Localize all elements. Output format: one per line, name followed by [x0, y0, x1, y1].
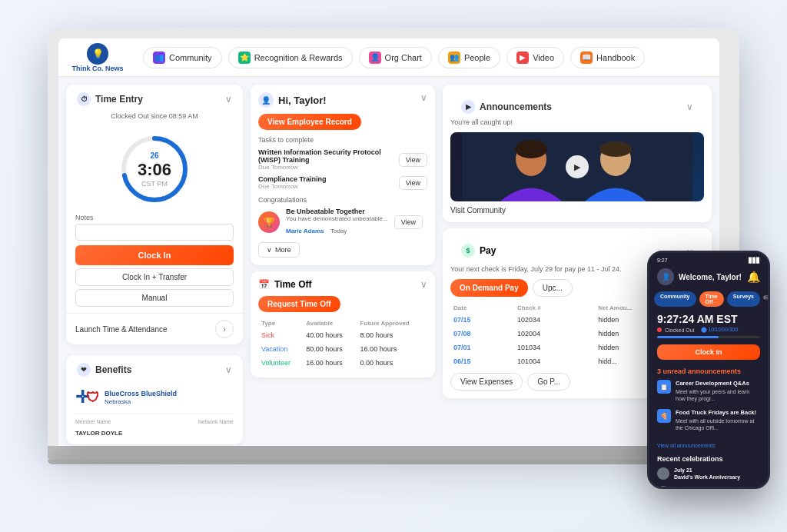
nav-video[interactable]: ▶ Video [506, 47, 564, 68]
phone-status-bar: 9:27 ▊▊▊ [649, 253, 768, 265]
pay-icon: $ [461, 244, 475, 258]
left-column: ⏱ Time Entry ∨ Clocked Out since 08:59 A… [66, 85, 243, 444]
type-vacation: Vacation [258, 342, 303, 356]
go-button[interactable]: Go P... [527, 373, 570, 391]
col-future: Future Approved [357, 318, 427, 328]
time-entry-header: ⏱ Time Entry ∨ [66, 85, 243, 111]
benefits-icon: ❤ [77, 363, 91, 377]
announcements-icon: ▶ [461, 100, 475, 114]
launch-ta-button[interactable]: › [215, 320, 234, 338]
clock-in-transfer-button[interactable]: Clock In + Transfer [75, 268, 234, 286]
top-nav: 💡 Think Co. News 👥 Community ⭐ Recogniti… [58, 38, 719, 77]
announcements-title: ▶ Announcements [461, 100, 552, 114]
congrats-icon: 🏆 [258, 211, 280, 233]
upcoming-button[interactable]: Upc... [533, 279, 573, 297]
task-1-view-button[interactable]: View [399, 153, 427, 167]
hi-taylor-chevron[interactable]: ∨ [420, 92, 427, 103]
pay-date-4: 06/15 [450, 354, 514, 368]
nav-org-chart[interactable]: 👤 Org Chart [359, 47, 432, 68]
view-expenses-button[interactable]: View Expenses [450, 373, 523, 391]
celebration-item-2: July 22 Beck's Work Anniversary [649, 483, 768, 487]
bcbs-text-block: BlueCross BlueShield Nebraska [105, 390, 177, 405]
play-button[interactable]: ▶ [566, 155, 589, 178]
phone-clock-time: 9:27:24 AM EST [657, 313, 760, 325]
member-info: Member Name TAYLOR DOYLE Network Name [75, 414, 234, 438]
benefits-header: ❤ Benefits ∨ [66, 355, 243, 381]
announcements-chevron[interactable]: ∨ [686, 101, 693, 112]
edit-icon: ✏ [763, 291, 768, 307]
phone-ann-text-2: Food Truck Fridays are Back! Meet with a… [676, 409, 760, 432]
on-demand-pay-button[interactable]: On Demand Pay [450, 279, 528, 297]
pay-check-3: 101034 [514, 341, 595, 354]
view-all-announcements-link[interactable]: View all announcements [649, 435, 768, 452]
pay-date-3: 07/01 [450, 341, 514, 354]
clock-time: 3:06 [138, 161, 171, 178]
celebrations-label: Recent celebrations [649, 452, 768, 464]
view-employee-button[interactable]: View Employee Record [258, 114, 361, 130]
laptop-foot [48, 460, 739, 464]
task-item-2: Compliance Training Due Tomorrow View [258, 175, 427, 190]
time-off-row-vacation: Vacation 80.00 hours 16.00 hours [258, 342, 427, 356]
task-2-info: Compliance Training Due Tomorrow [258, 175, 327, 190]
future-volunteer: 0.00 hours [357, 356, 427, 370]
task-2-view-button[interactable]: View [399, 176, 427, 190]
benefits-chevron[interactable]: ∨ [225, 364, 232, 375]
main-content: ⏱ Time Entry ∨ Clocked Out since 08:59 A… [58, 77, 719, 446]
clock-number: 26 [138, 151, 171, 160]
clock-period: CST PM [138, 180, 171, 188]
pay-date-1: 07/15 [450, 313, 514, 327]
pay-col-check: Check # [514, 303, 595, 313]
benefits-content: ✛ 🛡 BlueCross BlueShield Nebraska [66, 381, 243, 444]
phone-clock-area: 9:27:24 AM EST Clocked Out ⬤ 100/200/300… [649, 310, 768, 366]
tasks-label: Tasks to complete [258, 136, 427, 144]
laptop-frame: 💡 Think Co. News 👥 Community ⭐ Recogniti… [48, 28, 739, 446]
clock-display: 26 3:06 CST PM [138, 151, 171, 188]
time-off-chevron[interactable]: ∨ [420, 279, 427, 290]
benefits-card: ❤ Benefits ∨ ✛ 🛡 [66, 355, 243, 444]
bcbs-logo: ✛ 🛡 BlueCross BlueShield Nebraska [75, 387, 234, 407]
clock-in-button[interactable]: Clock In [75, 245, 234, 265]
congrats-item: 🏆 Be Unbeatable Together You have demons… [258, 208, 427, 236]
benefits-title: ❤ Benefits [77, 363, 131, 377]
phone-header: 👤 Welcome, Taylor! 🔔 [649, 265, 768, 288]
middle-column: 👤 Hi, Taylor! ∨ View Employee Record Tas… [251, 85, 435, 444]
nav-recognition[interactable]: ⭐ Recognition & Rewards [228, 47, 353, 68]
type-sick: Sick [258, 328, 303, 342]
progress-label: ⬤ 100/200/300 [701, 327, 739, 333]
hi-taylor-title: 👤 Hi, Taylor! [258, 92, 327, 108]
clocked-out-dot [657, 328, 662, 332]
nav-handbook[interactable]: 📖 Handbook [570, 47, 645, 68]
congrats-label: Congratulations [258, 196, 427, 204]
svg-point-6 [599, 141, 632, 157]
mobile-phone: 9:27 ▊▊▊ 👤 Welcome, Taylor! 🔔 Community … [647, 251, 770, 489]
clocked-out-text: Clocked Out since 08:59 AM [66, 111, 243, 125]
announcement-video-thumbnail[interactable]: ▶ [450, 132, 704, 201]
red-shield: 🛡 [86, 390, 100, 406]
celebration-avatar-2 [657, 486, 669, 487]
announcements-subtitle: You're all caught up! [450, 118, 704, 126]
nav-people[interactable]: 👥 People [438, 47, 500, 68]
phone-tabs: Community Time Off Surveys ✏ [649, 288, 768, 310]
phone-welcome-text: Welcome, Taylor! [679, 273, 742, 281]
manual-button[interactable]: Manual [75, 289, 234, 307]
notes-input[interactable] [75, 224, 234, 241]
request-time-off-button[interactable]: Request Time Off [258, 296, 340, 312]
phone-tab-time-off[interactable]: Time Off [699, 291, 724, 307]
time-off-icon: 📅 [258, 279, 270, 290]
phone-tab-surveys[interactable]: Surveys [727, 291, 760, 307]
progress-bar [657, 336, 760, 338]
nav-community[interactable]: 👥 Community [143, 47, 222, 68]
congrats-view-button[interactable]: View [394, 215, 423, 229]
phone-clock-in-button[interactable]: Clock In [657, 344, 760, 360]
notes-label: Notes [75, 214, 234, 221]
more-button[interactable]: ∨ More [258, 242, 300, 258]
phone-tab-community[interactable]: Community [654, 291, 696, 307]
visit-community-link[interactable]: Visit Community [450, 206, 704, 214]
time-entry-chevron[interactable]: ∨ [225, 94, 232, 105]
member-name-field: Member Name TAYLOR DOYLE [75, 419, 122, 438]
time-off-row-volunteer: Volunteer 16.00 hours 0.00 hours [258, 356, 427, 370]
hi-taylor-card: 👤 Hi, Taylor! ∨ View Employee Record Tas… [251, 85, 435, 265]
pay-check-2: 102004 [514, 327, 595, 341]
col-type: Type [258, 318, 303, 328]
time-off-row-sick: Sick 40.00 hours 8.00 hours [258, 328, 427, 342]
